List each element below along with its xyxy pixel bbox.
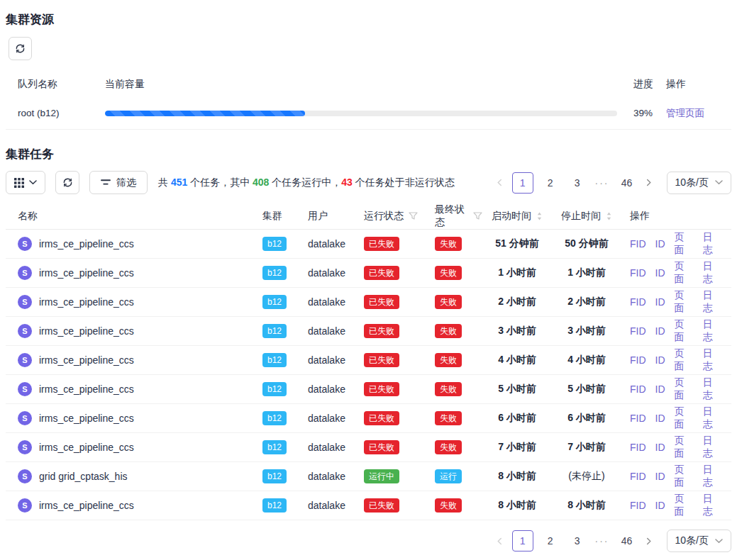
final-status-header: 最终状态: [435, 203, 468, 229]
log-link[interactable]: 日志: [703, 376, 722, 402]
refresh-resources-button[interactable]: [9, 37, 32, 60]
chevron-down-icon: [715, 539, 723, 544]
sort-carets-icon[interactable]: [536, 211, 543, 221]
bottom-pagination-slot: 1 2 3 ··· 46 10条/页: [492, 530, 731, 552]
funnel-icon[interactable]: [473, 212, 482, 220]
log-link[interactable]: 日志: [703, 464, 722, 489]
fid-link[interactable]: FID: [630, 413, 646, 424]
stop-time: 4 小时前: [567, 354, 606, 366]
id-link[interactable]: ID: [655, 267, 665, 279]
page-size-select[interactable]: 10条/页: [667, 530, 731, 552]
fid-link[interactable]: FID: [630, 238, 646, 250]
fid-link[interactable]: FID: [630, 354, 646, 366]
id-link[interactable]: ID: [655, 354, 665, 366]
page-size-value: 10条/页: [675, 177, 709, 189]
page-button-last[interactable]: 46: [617, 172, 637, 194]
avatar: S: [18, 353, 32, 367]
fid-link[interactable]: FID: [630, 471, 646, 482]
run-status-badge: 已失败: [364, 266, 399, 280]
stop-time: (未停止): [568, 470, 604, 483]
final-status-badge: 失败: [435, 440, 462, 454]
queue-name-header: 队列名称: [6, 78, 105, 91]
log-link[interactable]: 日志: [703, 435, 722, 460]
pagination-ellipsis[interactable]: ···: [595, 535, 609, 547]
page-size-select[interactable]: 10条/页: [667, 172, 731, 194]
final-status-badge: 失败: [435, 353, 462, 367]
user-cell: datalake: [299, 325, 353, 337]
layout-select-button[interactable]: [6, 171, 45, 194]
stop-time-header: 停止时间: [561, 210, 601, 223]
fid-link[interactable]: FID: [630, 267, 646, 279]
log-link[interactable]: 日志: [703, 347, 722, 373]
progress-header: 进度: [633, 78, 666, 91]
page-link[interactable]: 页面: [675, 493, 694, 518]
table-row: S irms_ce_pipeline_ccs b12 datalake 已失败 …: [6, 288, 731, 317]
page-link[interactable]: 页面: [675, 347, 694, 373]
start-time: 51 分钟前: [495, 237, 538, 250]
log-link[interactable]: 日志: [703, 260, 722, 286]
log-link[interactable]: 日志: [703, 493, 722, 518]
table-row: S irms_ce_pipeline_ccs b12 datalake 已失败 …: [6, 346, 731, 375]
filter-button[interactable]: 筛选: [89, 171, 148, 194]
chevron-down-icon: [715, 180, 723, 185]
table-row: S irms_ce_pipeline_ccs b12 datalake 已失败 …: [6, 317, 731, 346]
page-button-2[interactable]: 2: [541, 530, 560, 551]
stop-time: 3 小时前: [567, 325, 606, 337]
log-link[interactable]: 日志: [703, 289, 722, 315]
task-name: irms_ce_pipeline_ccs: [39, 267, 134, 279]
prev-page-button[interactable]: [492, 173, 509, 193]
log-link[interactable]: 日志: [703, 405, 722, 431]
page-link[interactable]: 页面: [675, 405, 694, 431]
funnel-icon[interactable]: [409, 212, 418, 220]
id-link[interactable]: ID: [655, 383, 665, 395]
fid-link[interactable]: FID: [630, 500, 646, 511]
final-status-badge: 失败: [435, 266, 462, 280]
fid-link[interactable]: FID: [630, 442, 646, 453]
resources-table: 队列名称 当前容量 进度 操作 root (b12) 39% 管理页面: [6, 72, 731, 130]
stop-time: 7 小时前: [567, 441, 606, 454]
log-link[interactable]: 日志: [703, 318, 722, 344]
page-link[interactable]: 页面: [675, 318, 694, 344]
log-link[interactable]: 日志: [703, 231, 722, 257]
page-button-last[interactable]: 46: [617, 530, 637, 551]
sort-carets-icon[interactable]: [606, 211, 612, 221]
refresh-tasks-button[interactable]: [55, 171, 79, 194]
page-link[interactable]: 页面: [675, 289, 694, 315]
fid-link[interactable]: FID: [630, 296, 646, 308]
prev-page-button[interactable]: [492, 531, 509, 551]
task-name: irms_ce_pipeline_ccs: [39, 383, 134, 395]
page-button-1[interactable]: 1: [512, 172, 533, 194]
cluster-badge: b12: [262, 324, 287, 338]
run-status-header: 运行状态: [364, 210, 404, 223]
resources-table-header: 队列名称 当前容量 进度 操作: [6, 72, 731, 97]
page-link[interactable]: 页面: [675, 260, 694, 286]
id-link[interactable]: ID: [655, 325, 665, 337]
pagination-ellipsis[interactable]: ···: [595, 177, 609, 189]
page-button-3[interactable]: 3: [567, 172, 587, 194]
id-link[interactable]: ID: [655, 471, 665, 482]
fid-link[interactable]: FID: [630, 383, 646, 395]
page-link[interactable]: 页面: [675, 464, 694, 489]
page-link[interactable]: 页面: [675, 231, 694, 257]
id-link[interactable]: ID: [655, 442, 665, 453]
next-page-button[interactable]: [641, 173, 658, 193]
fid-link[interactable]: FID: [630, 325, 646, 337]
next-page-button[interactable]: [641, 531, 658, 551]
id-link[interactable]: ID: [655, 238, 665, 250]
avatar: S: [18, 324, 32, 338]
avatar: S: [18, 237, 32, 251]
page-button-2[interactable]: 2: [541, 172, 560, 194]
start-time: 4 小时前: [498, 354, 536, 366]
page-button-3[interactable]: 3: [567, 530, 587, 551]
stop-time: 8 小时前: [567, 499, 606, 512]
id-link[interactable]: ID: [655, 296, 665, 308]
manage-page-link[interactable]: 管理页面: [666, 108, 704, 118]
page-button-1[interactable]: 1: [512, 530, 533, 551]
progress-fill: [105, 111, 305, 116]
id-link[interactable]: ID: [655, 500, 665, 511]
page-link[interactable]: 页面: [675, 435, 694, 460]
start-time: 3 小时前: [498, 325, 536, 337]
id-link[interactable]: ID: [655, 413, 665, 424]
table-row: S grid grid_cptask_his b12 datalake 运行中 …: [6, 462, 731, 491]
page-link[interactable]: 页面: [675, 376, 694, 402]
